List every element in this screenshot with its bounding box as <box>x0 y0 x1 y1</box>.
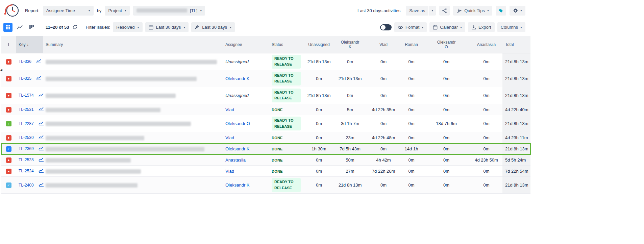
column-header-summary[interactable]: Summary <box>43 36 223 53</box>
column-header-t[interactable]: T <box>1 36 16 53</box>
share-button[interactable] <box>439 6 450 16</box>
table-row-tl-2369[interactable]: ✓TL-2369Oleksandr KDONE1h 30m7d 5h 43m0m… <box>1 143 530 154</box>
worklog-date-range-select[interactable]: Last 30 days ▾ <box>191 22 235 32</box>
save-as-button[interactable]: Save as <box>406 6 428 16</box>
column-header-oleksandr-o[interactable]: Oleksandr O <box>422 36 470 53</box>
assignee-link[interactable]: Oleksandr K <box>225 76 250 81</box>
table-row-tl-2530[interactable]: ●TL-2530VladDONE0m23m4d 22h 48m0m0m0m4d … <box>1 132 530 143</box>
column-header-vlad[interactable]: Vlad <box>367 36 400 53</box>
board-view-button[interactable] <box>27 23 36 32</box>
time-cell: 23m <box>333 132 367 143</box>
format-button[interactable]: Format ▾ <box>394 22 427 32</box>
issue-key-link[interactable]: TL-2400 <box>19 183 34 188</box>
issue-key-link[interactable]: TL-2369 <box>19 146 34 151</box>
summary-redacted <box>46 169 141 174</box>
view-toggle[interactable] <box>380 24 392 30</box>
worklog-chart-icon[interactable] <box>39 183 44 188</box>
filter-issues-select[interactable]: Resolved ▾ <box>113 22 142 32</box>
table-row-tl-2531[interactable]: ●TL-2531VladDONE0m5m4d 22h 35m0m0m0m4d 2… <box>1 104 530 115</box>
worklog-chart-icon[interactable] <box>36 76 42 81</box>
table-row-tl-2287[interactable]: ↑TL-2287Oleksandr OREADY TO RELEASE0m3d … <box>1 115 530 132</box>
issue-key-link[interactable]: TL-1574 <box>19 93 34 98</box>
time-cell: 0m <box>422 87 470 104</box>
assignee-link[interactable]: Anastasiia <box>225 157 246 163</box>
label-tag-button[interactable] <box>496 6 506 16</box>
table-row-tl-2528[interactable]: ●TL-2528AnastasiiaDONE0m50m4h 42m0m0m4d … <box>1 154 530 166</box>
worklog-chart-icon[interactable] <box>39 169 44 174</box>
total-cell: 4d 23h 11m <box>502 132 530 143</box>
issue-key-link[interactable]: TL-2287 <box>19 121 34 126</box>
export-button[interactable]: Export <box>468 22 495 32</box>
issue-key-link[interactable]: TL-2531 <box>19 107 34 112</box>
quick-tips-button[interactable]: Quick Tips ▾ <box>453 6 492 16</box>
calendar-icon <box>149 25 153 30</box>
assignee-link[interactable]: Vlad <box>225 135 234 140</box>
assignee-link[interactable]: Oleksandr K <box>225 182 250 188</box>
columns-button[interactable]: Columns ▾ <box>497 22 525 32</box>
status-badge: READY TO RELEASE <box>272 72 301 86</box>
table-row-tl-336[interactable]: ●TL-336UnassignedREADY TO RELEASE21d 8h … <box>1 53 530 70</box>
board-icon <box>29 25 34 29</box>
filter-issues-value: Resolved <box>116 25 134 30</box>
column-header-oleksandr-k[interactable]: Oleksandr K <box>333 36 367 53</box>
chevron-down-icon: ▾ <box>520 9 522 12</box>
table-row-tl-2524[interactable]: ●TL-2524VladDONE0m27m7d 22h 26m0m0m0m7d … <box>1 166 530 177</box>
refresh-button[interactable] <box>72 24 78 30</box>
assignee-link[interactable]: Vlad <box>225 107 234 112</box>
time-cell: 0m <box>422 53 470 70</box>
issue-key-link[interactable]: TL-325 <box>19 76 31 81</box>
app-logo-icon <box>3 3 20 18</box>
chevron-down-icon: ▾ <box>460 26 462 29</box>
column-header-unassigned[interactable]: Unassigned <box>304 36 333 53</box>
assignee-link[interactable]: Oleksandr O <box>225 121 250 126</box>
time-cell: 0m <box>367 53 400 70</box>
status-badge: READY TO RELEASE <box>272 55 301 69</box>
worklog-chart-icon[interactable] <box>39 157 44 163</box>
save-as-split-button: Save as ▾ <box>406 6 436 16</box>
issue-key-link[interactable]: TL-2528 <box>19 157 34 162</box>
time-cell: 7d 22h 26m <box>367 166 400 177</box>
save-as-menu-button[interactable]: ▾ <box>429 6 436 16</box>
issue-date-range-select[interactable]: Last 30 days ▾ <box>145 22 189 32</box>
worklog-chart-icon[interactable] <box>36 59 42 64</box>
issue-key-link[interactable]: TL-2530 <box>19 135 34 140</box>
summary-redacted <box>46 122 191 126</box>
chevron-down-icon: ▾ <box>487 9 489 12</box>
group-by-select[interactable]: Project ▾ <box>105 6 130 16</box>
assignee-link[interactable]: Oleksandr K <box>225 146 250 151</box>
calendar-button[interactable]: Calendar ▾ <box>429 22 465 32</box>
issue-key-link[interactable]: TL-2524 <box>19 169 34 173</box>
settings-button[interactable]: ▾ <box>510 6 525 16</box>
project-select[interactable]: [TL] ▾ <box>133 6 205 16</box>
assignee-link[interactable]: Vlad <box>225 169 234 174</box>
worklog-chart-icon[interactable] <box>39 135 44 140</box>
column-header-status[interactable]: Status <box>269 36 304 53</box>
report-type-select[interactable]: Assignee Time ▾ <box>43 6 94 16</box>
worklog-chart-icon[interactable] <box>39 146 44 151</box>
grid-view-button[interactable] <box>3 23 13 32</box>
time-cell: 0m <box>400 132 422 143</box>
time-cell: 0m <box>367 115 400 132</box>
column-header-anastasiia[interactable]: Anastasiia <box>470 36 502 53</box>
total-cell: 21d 8h 13m <box>502 70 530 87</box>
worklog-chart-icon[interactable] <box>39 107 44 112</box>
activities-label: Last 30 days activities <box>357 8 400 13</box>
table-row-tl-325[interactable]: ●TL-325Oleksandr KREADY TO RELEASE0m21d … <box>1 70 530 87</box>
worklog-chart-icon[interactable] <box>39 93 44 98</box>
issue-key-link[interactable]: TL-336 <box>19 59 31 64</box>
gear-icon <box>513 8 518 13</box>
column-header-assignee[interactable]: Assignee <box>223 36 269 53</box>
table-row-tl-2400[interactable]: ✓TL-2400Oleksandr KREADY TO RELEASE0m21d… <box>1 177 530 194</box>
time-cell: 0m <box>470 166 502 177</box>
report-label: Report: <box>25 8 40 13</box>
total-cell: 21d 8h 13m <box>502 143 530 154</box>
column-header-key[interactable]: Key ↓ <box>16 36 43 53</box>
column-header-total[interactable]: Total <box>502 36 530 53</box>
table-row-tl-1574[interactable]: ●TL-1574UnassignedREADY TO RELEASE21d 8h… <box>1 87 530 104</box>
time-cell: 0m <box>470 132 502 143</box>
total-cell: 4d 22h 40m <box>502 104 530 115</box>
worklog-chart-icon[interactable] <box>39 121 44 126</box>
chart-view-button[interactable] <box>15 23 24 32</box>
issue-type-bug-icon: ● <box>6 157 11 163</box>
column-header-roman[interactable]: Roman <box>400 36 422 53</box>
